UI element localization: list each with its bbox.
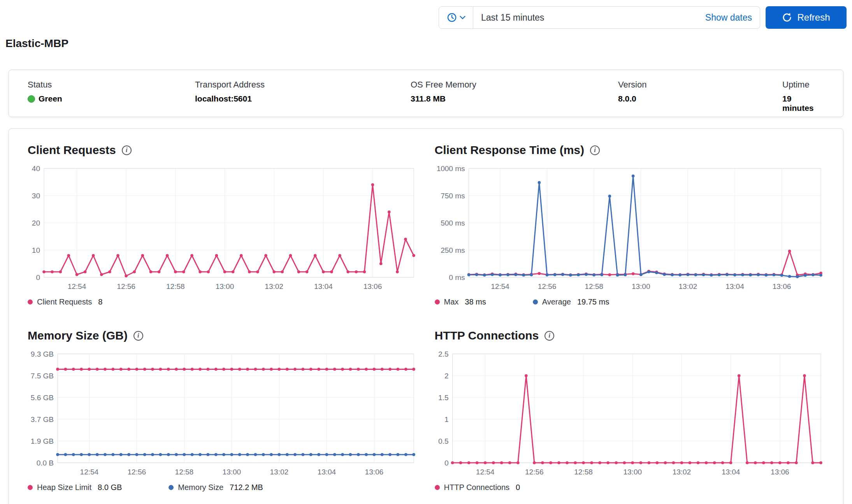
legend-dot-blue: [533, 299, 538, 304]
metrics-charts-panel: Client Requests i 40302010012:5412:5612:…: [9, 128, 843, 504]
legend-label: Max: [444, 298, 459, 306]
legend-item[interactable]: Average 19.75 ms: [533, 298, 609, 306]
status-label: Status: [28, 80, 195, 90]
legend-label: Client Requests: [37, 298, 92, 306]
svg-text:250 ms: 250 ms: [441, 246, 465, 254]
svg-text:13:02: 13:02: [270, 468, 289, 476]
svg-text:1: 1: [444, 415, 448, 424]
http-connections-plot: 2.521.510.5012:5412:5612:5813:0013:0213:…: [435, 348, 825, 482]
svg-text:13:00: 13:00: [631, 282, 650, 290]
chart-canvas: 9.3 GB7.5 GB5.6 GB3.7 GB1.9 GB0.0 B12:54…: [28, 348, 417, 481]
svg-text:12:56: 12:56: [117, 282, 135, 290]
http-connections-legend: HTTP Connections 0: [435, 483, 825, 492]
svg-text:13:04: 13:04: [721, 468, 740, 476]
status-col-uptime: Uptime 19 minutes: [782, 80, 824, 107]
memory-size-legend: Heap Size Limit 8.0 GB Memory Size 712.2…: [28, 483, 418, 492]
legend-dot-pink: [435, 485, 440, 490]
svg-text:12:54: 12:54: [80, 468, 99, 476]
legend-value: 38 ms: [465, 298, 486, 306]
os-free-memory-value: 311.8 MB: [411, 94, 618, 103]
chart-canvas: 2.521.510.5012:5412:5612:5813:0013:0213:…: [435, 348, 824, 481]
svg-text:13:02: 13:02: [672, 468, 691, 476]
info-icon[interactable]: i: [590, 145, 600, 155]
legend-value: 712.2 MB: [230, 483, 263, 492]
svg-text:13:04: 13:04: [318, 468, 336, 476]
super-date-picker: Last 15 minutes Show dates: [439, 6, 760, 29]
time-range-value[interactable]: Last 15 minutes: [473, 12, 697, 23]
svg-text:13:02: 13:02: [265, 282, 283, 290]
svg-text:12:58: 12:58: [175, 468, 194, 476]
svg-text:20: 20: [32, 219, 40, 227]
chart-title-client-response-time: Client Response Time (ms): [435, 144, 585, 157]
page-title: Elastic-MBP: [5, 37, 69, 50]
svg-text:5.6 GB: 5.6 GB: [31, 394, 54, 402]
legend-item[interactable]: Max 38 ms: [435, 298, 486, 306]
svg-text:0: 0: [36, 273, 40, 282]
svg-text:13:00: 13:00: [623, 468, 642, 476]
refresh-button[interactable]: Refresh: [766, 6, 847, 29]
svg-text:12:54: 12:54: [68, 282, 86, 290]
clock-icon: [447, 12, 457, 23]
svg-text:9.3 GB: 9.3 GB: [31, 350, 54, 358]
svg-text:750 ms: 750 ms: [441, 192, 465, 200]
legend-dot-pink: [28, 485, 33, 490]
http-connections-chart: HTTP Connections i 2.521.510.5012:5412:5…: [435, 329, 825, 492]
quick-select-menu-button[interactable]: [439, 7, 473, 28]
memory-size-chart: Memory Size (GB) i 9.3 GB7.5 GB5.6 GB3.7…: [28, 329, 418, 492]
uptime-value: 19 minutes: [782, 94, 824, 113]
legend-item[interactable]: HTTP Connections 0: [435, 483, 520, 492]
info-icon[interactable]: i: [122, 145, 132, 155]
legend-item[interactable]: Client Requests 8: [28, 298, 102, 306]
show-dates-button[interactable]: Show dates: [697, 12, 760, 23]
legend-value: 19.75 ms: [577, 298, 609, 306]
chart-title-http-connections: HTTP Connections: [435, 329, 539, 342]
svg-text:1000 ms: 1000 ms: [436, 164, 465, 173]
version-label: Version: [618, 80, 782, 90]
legend-item[interactable]: Memory Size 712.2 MB: [169, 483, 263, 492]
legend-label: HTTP Connections: [444, 483, 510, 492]
svg-text:12:56: 12:56: [128, 468, 146, 476]
svg-text:13:02: 13:02: [678, 282, 697, 290]
svg-text:13:06: 13:06: [365, 468, 384, 476]
svg-text:12:58: 12:58: [574, 468, 593, 476]
uptime-label: Uptime: [782, 80, 824, 90]
client-response-time-legend: Max 38 ms Average 19.75 ms: [435, 298, 825, 306]
chevron-down-icon: [460, 16, 466, 19]
transport-address-value: localhost:5601: [195, 94, 411, 103]
info-icon[interactable]: i: [545, 331, 554, 341]
status-dot-green: [28, 95, 35, 103]
svg-text:12:56: 12:56: [538, 282, 556, 290]
legend-dot-pink: [28, 299, 33, 304]
top-bar: Last 15 minutes Show dates Refresh: [439, 6, 847, 29]
svg-text:1.5: 1.5: [438, 394, 448, 402]
svg-text:40: 40: [32, 164, 40, 173]
legend-value: 8: [98, 298, 102, 306]
svg-text:13:04: 13:04: [726, 282, 744, 290]
memory-size-plot: 9.3 GB7.5 GB5.6 GB3.7 GB1.9 GB0.0 B12:54…: [28, 348, 418, 482]
legend-item[interactable]: Heap Size Limit 8.0 GB: [28, 483, 122, 492]
legend-label: Average: [542, 298, 571, 306]
svg-text:2: 2: [444, 372, 448, 380]
svg-text:13:06: 13:06: [771, 468, 789, 476]
svg-text:13:06: 13:06: [772, 282, 791, 290]
refresh-button-label: Refresh: [797, 12, 830, 23]
svg-text:0.0 B: 0.0 B: [37, 459, 54, 467]
chart-canvas: 40302010012:5412:5612:5813:0013:0213:041…: [28, 162, 417, 295]
svg-text:0: 0: [444, 459, 448, 467]
svg-text:12:58: 12:58: [585, 282, 603, 290]
svg-text:30: 30: [32, 192, 40, 200]
client-response-time-plot: 1000 ms750 ms500 ms250 ms0 ms12:5412:561…: [435, 162, 825, 297]
svg-text:10: 10: [32, 246, 40, 254]
client-requests-chart: Client Requests i 40302010012:5412:5612:…: [28, 144, 418, 306]
svg-text:13:04: 13:04: [314, 282, 333, 290]
client-response-time-chart: Client Response Time (ms) i 1000 ms750 m…: [435, 144, 825, 306]
info-icon[interactable]: i: [134, 331, 143, 341]
transport-address-label: Transport Address: [195, 80, 411, 90]
svg-text:12:56: 12:56: [525, 468, 544, 476]
chart-canvas: 1000 ms750 ms500 ms250 ms0 ms12:5412:561…: [435, 162, 824, 295]
svg-text:13:06: 13:06: [364, 282, 382, 290]
svg-text:1.9 GB: 1.9 GB: [31, 437, 54, 445]
os-free-memory-label: OS Free Memory: [411, 80, 618, 90]
chart-title-client-requests: Client Requests: [28, 144, 116, 157]
status-col-os-free-memory: OS Free Memory 311.8 MB: [411, 80, 618, 107]
